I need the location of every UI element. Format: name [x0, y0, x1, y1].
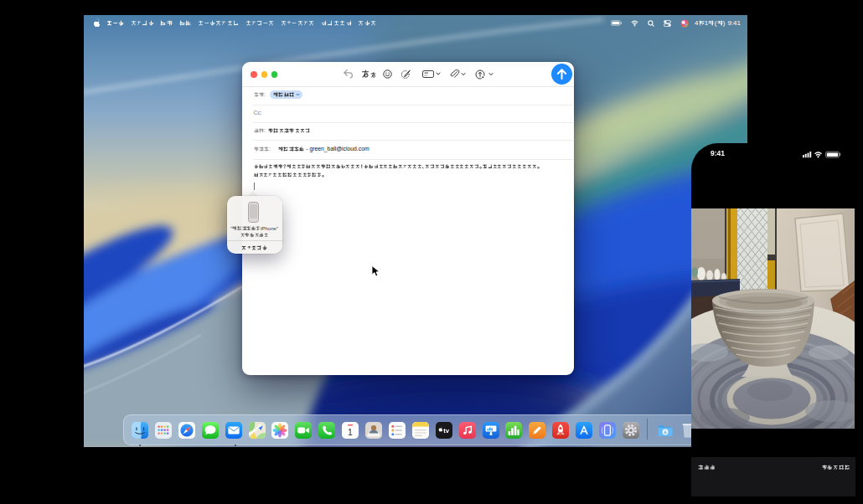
svg-text:1: 1: [348, 426, 353, 436]
svg-text:tv: tv: [443, 427, 450, 435]
